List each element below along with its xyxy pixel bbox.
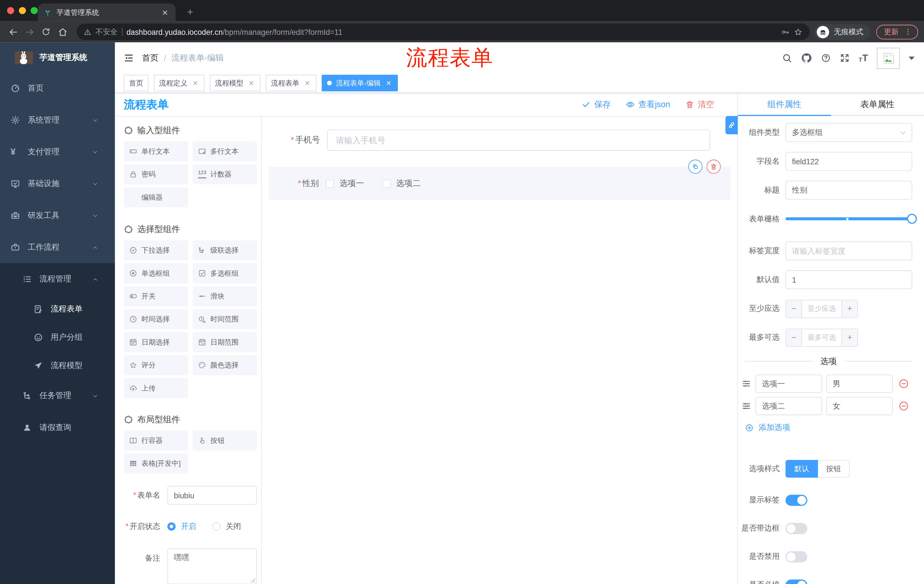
toggle-switch[interactable] bbox=[785, 579, 807, 584]
chevron-down-icon[interactable] bbox=[909, 56, 914, 60]
tag-close-icon[interactable]: ✕ bbox=[385, 79, 393, 87]
link-tab-button[interactable] bbox=[725, 116, 738, 134]
component-button[interactable]: 开关 bbox=[124, 286, 188, 306]
minus-button[interactable]: − bbox=[786, 300, 802, 317]
minimize-window-button[interactable] bbox=[19, 7, 26, 14]
tag-1[interactable]: 首页 bbox=[124, 75, 148, 91]
option-value-input[interactable] bbox=[826, 397, 893, 415]
sidebar-item-12[interactable]: 请假查询 bbox=[0, 412, 115, 443]
component-button[interactable]: 上传 bbox=[124, 378, 188, 398]
delete-widget-button[interactable] bbox=[706, 160, 721, 174]
toggle-switch[interactable] bbox=[785, 551, 807, 562]
new-tab-button[interactable]: ＋ bbox=[185, 7, 195, 16]
option-value-input[interactable] bbox=[826, 375, 893, 393]
sidebar-item-3[interactable]: ¥支付管理 bbox=[0, 136, 115, 168]
checkbox[interactable] bbox=[383, 179, 391, 188]
bookmark-star-icon[interactable] bbox=[794, 28, 802, 36]
copy-widget-button[interactable] bbox=[688, 160, 703, 174]
collapse-sidebar-icon[interactable] bbox=[124, 53, 134, 63]
style-button-button[interactable]: 按钮 bbox=[818, 460, 850, 478]
component-button[interactable]: 评分 bbox=[124, 355, 188, 375]
password-key-icon[interactable] bbox=[781, 28, 790, 36]
component-button[interactable]: 滑块 bbox=[193, 286, 257, 306]
component-button[interactable]: 多行文本 bbox=[193, 141, 257, 161]
update-button[interactable]: 更新 bbox=[876, 25, 918, 39]
tag-4[interactable]: 流程表单✕ bbox=[266, 75, 317, 91]
tag-5[interactable]: 流程表单-编辑✕ bbox=[322, 75, 398, 91]
sidebar-item-7[interactable]: 流程管理 bbox=[0, 263, 115, 295]
component-button[interactable]: 行容器 bbox=[124, 431, 188, 451]
sidebar-item-9[interactable]: 用户分组 bbox=[0, 323, 115, 352]
forward-icon[interactable] bbox=[22, 25, 36, 39]
avatar[interactable] bbox=[877, 48, 900, 69]
option-label-input[interactable] bbox=[755, 375, 822, 393]
browser-tab[interactable]: 芋道管理系统 ✕ bbox=[38, 3, 175, 21]
tab-form-props[interactable]: 表单属性 bbox=[831, 93, 924, 116]
add-option-button[interactable]: 添加选项 bbox=[745, 422, 912, 433]
component-button[interactable]: 下拉选择 bbox=[124, 240, 188, 260]
form-grid-slider[interactable] bbox=[785, 210, 912, 229]
status-off-label[interactable]: 关闭 bbox=[226, 521, 241, 532]
min-placeholder[interactable]: 至少应选 bbox=[802, 300, 842, 317]
sidebar-item-8[interactable]: 流程表单 bbox=[0, 295, 115, 323]
component-button[interactable]: 123计数器 bbox=[193, 164, 257, 184]
component-button[interactable]: 密码 bbox=[124, 164, 188, 184]
sidebar-item-5[interactable]: 研发工具 bbox=[0, 200, 115, 232]
github-icon[interactable] bbox=[801, 52, 812, 63]
style-default-button[interactable]: 默认 bbox=[785, 460, 818, 478]
minus-button[interactable]: − bbox=[786, 329, 802, 346]
component-type-select[interactable]: 多选框组 bbox=[785, 123, 912, 142]
sidebar-item-4[interactable]: 基础设施 bbox=[0, 168, 115, 199]
url-bar[interactable]: 不安全 dashboard.yudao.iocoder.cn/bpm/manag… bbox=[77, 23, 810, 40]
drag-handle-icon[interactable] bbox=[741, 401, 751, 411]
component-button[interactable]: 级联选择 bbox=[193, 240, 257, 260]
sidebar-item-2[interactable]: 系统管理 bbox=[0, 104, 115, 136]
component-button[interactable]: 多选框组 bbox=[193, 263, 257, 283]
option-label-input[interactable] bbox=[755, 397, 822, 415]
browser-menu-icon[interactable] bbox=[904, 28, 912, 36]
font-size-icon[interactable]: TT bbox=[858, 53, 868, 63]
sidebar-item-6[interactable]: 工作流程 bbox=[0, 232, 115, 263]
sidebar-item-10[interactable]: 流程模型 bbox=[0, 352, 115, 380]
tag-3[interactable]: 流程模型✕ bbox=[210, 75, 261, 91]
tag-close-icon[interactable]: ✕ bbox=[191, 79, 199, 87]
url-text[interactable]: dashboard.yudao.iocoder.cn/bpm/manager/f… bbox=[126, 28, 777, 36]
max-placeholder[interactable]: 最多可选 bbox=[802, 329, 842, 346]
label-width-input[interactable] bbox=[785, 242, 912, 260]
status-on-label[interactable]: 开启 bbox=[181, 521, 196, 532]
default-value-input[interactable] bbox=[785, 270, 912, 289]
gender-widget-selected[interactable]: *性别 选项一选项二 bbox=[269, 166, 730, 200]
help-icon[interactable] bbox=[821, 53, 831, 63]
search-icon[interactable] bbox=[782, 53, 792, 63]
component-button[interactable]: 编辑器 bbox=[124, 187, 188, 207]
component-button[interactable]: 按钮 bbox=[193, 431, 257, 451]
remove-option-icon[interactable] bbox=[898, 401, 909, 412]
save-button[interactable]: 保存 bbox=[582, 99, 610, 110]
tab-component-props[interactable]: 组件属性 bbox=[738, 93, 831, 116]
sidebar-item-11[interactable]: 任务管理 bbox=[0, 380, 115, 411]
tag-2[interactable]: 流程定义✕ bbox=[154, 75, 205, 91]
plus-button[interactable]: ＋ bbox=[842, 329, 857, 346]
back-icon[interactable] bbox=[6, 25, 20, 39]
status-off-radio[interactable] bbox=[212, 522, 220, 531]
tag-close-icon[interactable]: ✕ bbox=[304, 79, 311, 87]
close-window-button[interactable] bbox=[7, 7, 14, 14]
plus-button[interactable]: ＋ bbox=[842, 300, 857, 317]
field-name-input[interactable] bbox=[785, 152, 912, 171]
component-button[interactable]: 表格[开发中] bbox=[124, 453, 188, 474]
component-button[interactable]: 单选框组 bbox=[124, 263, 188, 283]
zoom-window-button[interactable] bbox=[31, 7, 38, 14]
component-button[interactable]: 颜色选择 bbox=[193, 355, 257, 375]
checkbox-option[interactable]: 选项一 bbox=[326, 178, 364, 189]
phone-field-row[interactable]: *手机号 bbox=[269, 130, 710, 151]
breadcrumb-home[interactable]: 首页 bbox=[142, 53, 159, 63]
reload-icon[interactable] bbox=[39, 25, 53, 39]
sidebar-item-1[interactable]: 首页 bbox=[0, 72, 115, 104]
tab-close-icon[interactable]: ✕ bbox=[160, 8, 170, 17]
checkbox-option[interactable]: 选项二 bbox=[383, 178, 421, 189]
phone-field-input[interactable] bbox=[327, 130, 710, 151]
component-button[interactable]: 时间范围 bbox=[193, 309, 257, 329]
component-button[interactable]: 单行文本 bbox=[124, 141, 188, 161]
toggle-switch[interactable] bbox=[785, 494, 807, 505]
component-button[interactable]: 时间选择 bbox=[124, 309, 188, 329]
